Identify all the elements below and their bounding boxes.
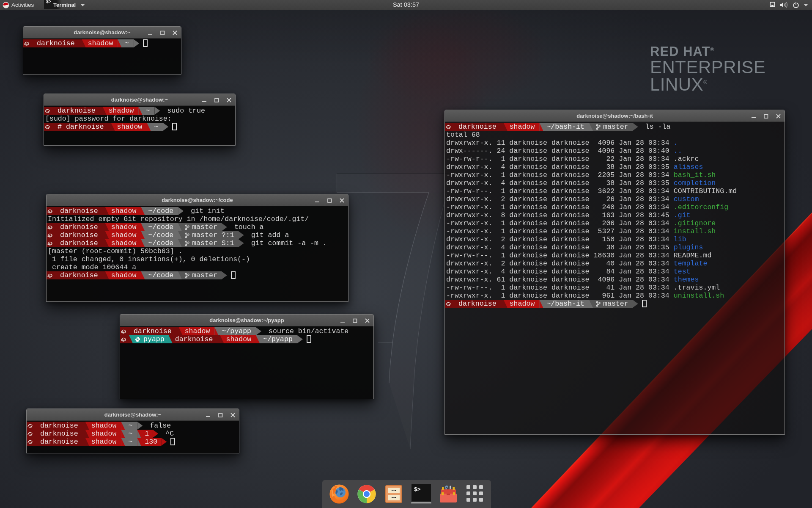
svg-text:$>: $> bbox=[414, 486, 421, 493]
